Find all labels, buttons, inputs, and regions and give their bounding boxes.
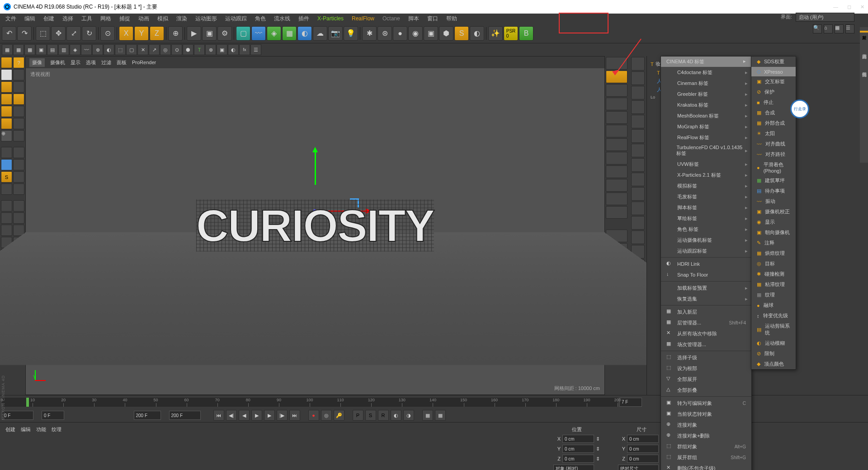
add-deformer[interactable]: ◐: [297, 26, 312, 41]
cm-item[interactable]: ▦加入新层: [661, 306, 751, 317]
nav-12[interactable]: [606, 206, 627, 219]
nav-7[interactable]: [606, 138, 627, 151]
lp-edge[interactable]: [13, 94, 24, 105]
pos-z[interactable]: 0 cm: [562, 455, 594, 463]
lp-uvpt[interactable]: [1, 118, 12, 129]
cm-item[interactable]: 角色 标签▸: [661, 224, 751, 235]
sm-item[interactable]: ▦合成: [751, 108, 796, 118]
cm-item[interactable]: MoGraph 标签▸: [661, 121, 751, 132]
rs-12[interactable]: [631, 216, 645, 230]
lp-obj[interactable]: [1, 81, 12, 93]
coord-system[interactable]: ⊕: [168, 26, 183, 41]
tl-next[interactable]: ▶: [264, 410, 275, 421]
tl-prev[interactable]: ◀: [239, 410, 250, 421]
tl-play[interactable]: ▶: [251, 410, 262, 421]
cm-item[interactable]: UVW标签▸: [661, 159, 751, 169]
st12[interactable]: ▢: [126, 44, 137, 55]
tfd-button[interactable]: ◉: [408, 26, 423, 41]
tl-last[interactable]: ⏭: [289, 410, 300, 421]
rs-7[interactable]: [631, 144, 645, 157]
tl-next-key[interactable]: |▶: [277, 410, 288, 421]
tl-opt2[interactable]: ▦: [435, 410, 446, 421]
add-nurbs[interactable]: ◈: [267, 26, 281, 41]
scale-tool[interactable]: ⤢: [66, 26, 81, 41]
rs-lbl-0[interactable]: 对象: [860, 31, 868, 33]
axis-x-toggle[interactable]: X: [119, 26, 133, 41]
sm-item[interactable]: ↕转变优先级: [751, 310, 796, 321]
cm-item[interactable]: 草绘标签▸: [661, 213, 751, 224]
sm-item[interactable]: ✎注释: [751, 238, 796, 248]
nav-4[interactable]: [606, 98, 627, 110]
move-tool[interactable]: ✥: [51, 26, 66, 41]
rs-6[interactable]: [631, 129, 645, 143]
lp-sb2[interactable]: [13, 159, 24, 170]
nav-10[interactable]: [606, 179, 627, 192]
tl-auto[interactable]: ◎: [321, 410, 332, 421]
menu-pipeline[interactable]: 流水线: [270, 14, 294, 24]
tl-p[interactable]: P: [353, 410, 363, 421]
octane-live[interactable]: ▣: [424, 26, 438, 41]
rf-button[interactable]: S: [454, 26, 469, 41]
menu-mesh[interactable]: 网格: [97, 14, 115, 24]
layout-dropdown[interactable]: 启动 (用户): [796, 13, 854, 22]
st5[interactable]: ▤: [47, 44, 58, 55]
bt-2[interactable]: 功能: [36, 426, 46, 433]
menu-plugins[interactable]: 插件: [295, 14, 313, 24]
tl-start[interactable]: 0 F: [2, 411, 33, 420]
st2[interactable]: ▦: [13, 44, 24, 55]
tl-pla[interactable]: ◑: [403, 410, 414, 421]
lp-lock[interactable]: [1, 212, 12, 224]
menu-select[interactable]: 选择: [59, 14, 77, 24]
tl-prev-key[interactable]: ◀|: [226, 410, 237, 421]
cm-item[interactable]: ▦场次管理器...: [661, 339, 751, 350]
lp-wp[interactable]: [1, 183, 12, 195]
size-y[interactable]: 0 cm: [627, 445, 659, 453]
home-icon[interactable]: ⌂: [824, 24, 833, 33]
nav-paint[interactable]: [606, 70, 627, 83]
cm-item[interactable]: ↓Snap To Floor: [661, 269, 751, 280]
st6[interactable]: ▥: [58, 44, 69, 55]
add-environment[interactable]: ☁: [313, 26, 327, 41]
cm-item[interactable]: Cineman 标签▸: [661, 78, 751, 89]
st11[interactable]: ⬚: [115, 44, 126, 55]
maximize-button[interactable]: ◻: [847, 4, 851, 10]
st9[interactable]: ⊕: [92, 44, 103, 55]
pos-y[interactable]: 0 cm: [562, 445, 594, 453]
rs-13[interactable]: [631, 230, 645, 244]
sm-item[interactable]: ⊘限制: [751, 348, 796, 359]
viewport[interactable]: 摄像 摄像机 显示 选项 过滤 面板 ProRender 透视视图 CURIOS…: [25, 56, 605, 395]
lp-axis[interactable]: ⊕: [1, 130, 12, 141]
menu-anim[interactable]: 动画: [135, 14, 153, 24]
cm-item[interactable]: C4doctane 标签▸: [661, 67, 751, 78]
magic-button[interactable]: ✨: [488, 26, 503, 41]
list-icon[interactable]: ☰: [845, 24, 854, 33]
st15[interactable]: ◎: [160, 44, 171, 55]
cm-item[interactable]: 毛发标签▸: [661, 191, 751, 202]
cm-item[interactable]: 恢复选集▸: [661, 293, 751, 304]
sm-item[interactable]: ☀太阳: [751, 128, 796, 139]
add-generator[interactable]: ▦: [282, 26, 297, 41]
sm-item[interactable]: ▣交互标签: [751, 76, 796, 87]
st17[interactable]: ⬢: [183, 44, 193, 55]
lp-sb1[interactable]: [13, 147, 24, 158]
sm-item[interactable]: ▦烘焙纹理: [751, 248, 796, 258]
sm-item[interactable]: ◆顶点颜色: [751, 359, 796, 369]
cm-item[interactable]: ⬚选择子级: [661, 352, 751, 363]
cm-item[interactable]: ⬚设为根部: [661, 363, 751, 374]
menu-realflow[interactable]: RealFlow: [348, 14, 378, 23]
cm-item[interactable]: MeshBoolean 标签▸: [661, 110, 751, 121]
cm-header[interactable]: CINEMA 4D 标签▸: [661, 56, 751, 67]
sm-item[interactable]: 〰对齐路径: [751, 149, 796, 160]
bt-3[interactable]: 纹理: [52, 426, 61, 433]
sm-item[interactable]: ▣摄像机校正: [751, 207, 796, 217]
cm-item[interactable]: ⬚群组对象Alt+G: [661, 441, 751, 452]
lp-sb5[interactable]: [13, 200, 24, 212]
sm-item[interactable]: ◇XPresso: [751, 67, 796, 76]
st3[interactable]: ▦: [24, 44, 35, 55]
b-button[interactable]: B: [519, 26, 533, 41]
sm-item[interactable]: ▤待办事项: [751, 186, 796, 196]
lp-sb6[interactable]: [13, 212, 24, 224]
size-z[interactable]: 0 cm: [627, 455, 659, 463]
rs-2[interactable]: [631, 71, 645, 85]
sm-item[interactable]: ●平滑着色(Phong): [751, 160, 796, 175]
